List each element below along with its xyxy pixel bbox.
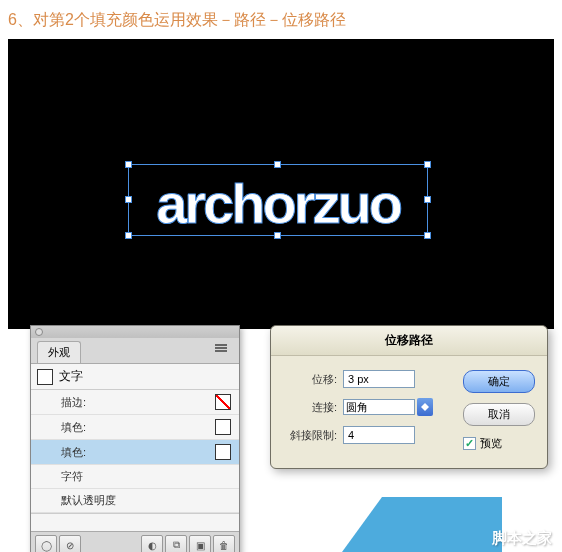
appearance-row-opacity[interactable]: 默认透明度 (31, 489, 239, 513)
panel-target-row[interactable]: 文字 (31, 364, 239, 390)
panel-titlebar[interactable] (31, 326, 239, 338)
join-label: 连接: (283, 400, 343, 415)
panel-tab-strip: 外观 (31, 338, 239, 364)
panel-spacer (31, 513, 239, 531)
watermark: jb51.net 脚本之家 (342, 497, 562, 552)
dropdown-arrow-icon[interactable] (417, 398, 433, 416)
appearance-row-fill[interactable]: 填色: (31, 415, 239, 440)
preview-checkbox[interactable]: ✓ (463, 437, 476, 450)
row-label: 字符 (61, 469, 231, 484)
resize-handle[interactable] (125, 232, 132, 239)
new-art-button[interactable]: ◯ (35, 535, 57, 552)
selection-bounding-box[interactable]: archorzuo (128, 164, 428, 236)
swatch-icon (37, 369, 53, 385)
dialog-title: 位移路径 (271, 326, 547, 356)
fx-button[interactable]: ◐ (141, 535, 163, 552)
miter-input[interactable] (343, 426, 415, 444)
tab-appearance[interactable]: 外观 (37, 341, 81, 363)
panel-target-label: 文字 (59, 368, 83, 385)
miter-label: 斜接限制: (283, 428, 343, 443)
row-label: 默认透明度 (61, 493, 231, 508)
offset-label: 位移: (283, 372, 343, 387)
artboard[interactable]: archorzuo (8, 39, 554, 329)
canvas-area: archorzuo (0, 39, 562, 329)
instruction-caption: 6、对第2个填充颜色运用效果－路径－位移路径 (0, 0, 562, 39)
stroke-swatch-icon[interactable] (215, 394, 231, 410)
watermark-site: 脚本之家 (492, 529, 552, 548)
preview-checkbox-row[interactable]: ✓ 预览 (463, 436, 535, 451)
resize-handle[interactable] (424, 196, 431, 203)
resize-handle[interactable] (424, 161, 431, 168)
appearance-row-stroke[interactable]: 描边: (31, 390, 239, 415)
duplicate-button[interactable]: ⧉ (165, 535, 187, 552)
appearance-row-characters[interactable]: 字符 (31, 465, 239, 489)
preview-label: 预览 (480, 436, 502, 451)
close-icon[interactable] (35, 328, 43, 336)
row-label: 描边: (61, 395, 209, 410)
fill-swatch-icon[interactable] (215, 419, 231, 435)
row-label: 填色: (61, 420, 209, 435)
resize-handle[interactable] (125, 196, 132, 203)
resize-handle[interactable] (125, 161, 132, 168)
offset-path-dialog: 位移路径 确定 取消 ✓ 预览 位移: 连接: 斜接限制: (270, 325, 548, 469)
panel-body: 文字 描边: 填色: 填色: 字符 默认透明度 (31, 364, 239, 531)
new-fill-button[interactable]: ▣ (189, 535, 211, 552)
resize-handle[interactable] (274, 161, 281, 168)
offset-input[interactable] (343, 370, 415, 388)
resize-handle[interactable] (424, 232, 431, 239)
ok-button[interactable]: 确定 (463, 370, 535, 393)
row-label: 填色: (61, 445, 209, 460)
watermark-url: jb51.net (513, 514, 552, 526)
join-select[interactable] (343, 399, 415, 415)
artwork-text[interactable]: archorzuo (129, 171, 427, 236)
appearance-row-fill-selected[interactable]: 填色: (31, 440, 239, 465)
panel-footer: ◯ ⊘ ◐ ⧉ ▣ 🗑 (31, 531, 239, 552)
clear-button[interactable]: ⊘ (59, 535, 81, 552)
trash-button[interactable]: 🗑 (213, 535, 235, 552)
panel-menu-icon[interactable] (215, 343, 229, 355)
resize-handle[interactable] (274, 232, 281, 239)
appearance-panel: 外观 文字 描边: 填色: 填色: 字符 默认透明度 ◯ ⊘ ◐ (30, 325, 240, 552)
cancel-button[interactable]: 取消 (463, 403, 535, 426)
fill-swatch-icon[interactable] (215, 444, 231, 460)
